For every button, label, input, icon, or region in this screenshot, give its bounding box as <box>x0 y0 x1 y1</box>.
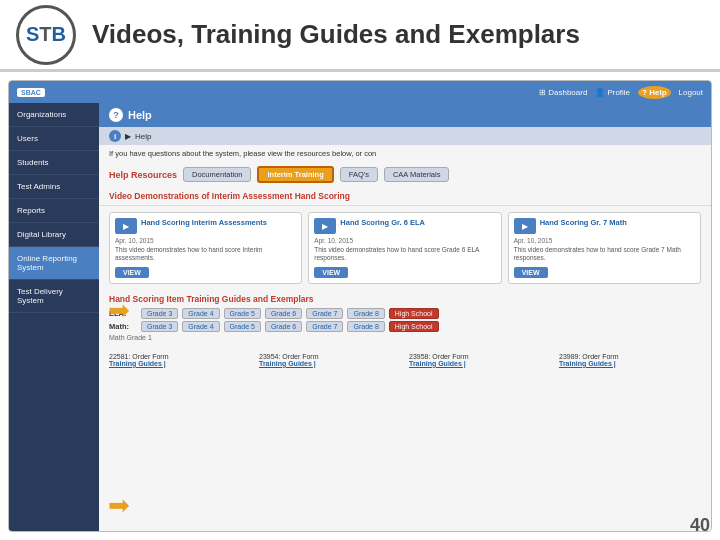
video-icon-3 <box>514 218 536 234</box>
app-topnav: SBAC ⊞ Dashboard 👤 Profile ? Help Logout <box>9 81 711 103</box>
order-num-1: 22581: Order Form <box>109 353 251 360</box>
math-high-school[interactable]: High School <box>389 321 439 332</box>
video-card-3: Hand Scoring Gr. 7 Math Apr. 10, 2015 Th… <box>508 212 701 284</box>
video-card-1: Hand Scoring Interim Assessments Apr. 10… <box>109 212 302 284</box>
order-link-1[interactable]: Training Guides | <box>109 360 251 367</box>
sidebar-item-students[interactable]: Students <box>9 151 99 175</box>
order-num-2: 23954: Order Form <box>259 353 401 360</box>
video-card-3-desc: This video demonstrates how to hand scor… <box>514 246 695 263</box>
math-grade6[interactable]: Grade 6 <box>265 321 302 332</box>
profile-link[interactable]: 👤 Profile <box>595 88 630 97</box>
ela-high-school[interactable]: High School <box>389 308 439 319</box>
video-section-header: Video Demonstrations of Interim Assessme… <box>99 187 711 206</box>
math-grade5[interactable]: Grade 5 <box>224 321 261 332</box>
slide-number: 40 <box>690 515 710 536</box>
video-card-2-title: Hand Scoring Gr. 6 ELA <box>340 218 425 227</box>
help-question-icon: ? <box>109 108 123 122</box>
video-cards: Hand Scoring Interim Assessments Apr. 10… <box>99 206 711 290</box>
math-grade8[interactable]: Grade 8 <box>347 321 384 332</box>
video-card-1-desc: This video demonstrates how to hand scor… <box>115 246 296 263</box>
ela-grade3[interactable]: Grade 3 <box>141 308 178 319</box>
ela-grade5[interactable]: Grade 5 <box>224 308 261 319</box>
tab-caa-materials[interactable]: CAA Materials <box>384 167 450 182</box>
order-area: 22581: Order Form Training Guides | 2395… <box>99 349 711 371</box>
video-card-2-header: Hand Scoring Gr. 6 ELA <box>314 218 495 234</box>
sidebar-item-online-reporting[interactable]: Online Reporting System <box>9 247 99 280</box>
view-button-3[interactable]: VIEW <box>514 267 548 278</box>
math-grade4[interactable]: Grade 4 <box>182 321 219 332</box>
arrow-2: ➡ <box>108 490 130 521</box>
sidebar-item-reports[interactable]: Reports <box>9 199 99 223</box>
profile-icon: 👤 <box>595 88 605 97</box>
sidebar-item-digital-library[interactable]: Digital Library <box>9 223 99 247</box>
description-text: If you have questions about the system, … <box>99 145 711 162</box>
slide-header: STB Videos, Training Guides and Exemplar… <box>0 0 720 72</box>
resources-label: Help Resources <box>109 170 177 180</box>
video-card-3-header: Hand Scoring Gr. 7 Math <box>514 218 695 234</box>
video-card-1-date: Apr. 10, 2015 <box>115 237 296 244</box>
order-link-4[interactable]: Training Guides | <box>559 360 701 367</box>
video-card-2-desc: This video demonstrates how to hand scor… <box>314 246 495 263</box>
order-item-2: 23954: Order Form Training Guides | <box>259 353 401 367</box>
math-grade3[interactable]: Grade 3 <box>141 321 178 332</box>
video-card-2-date: Apr. 10, 2015 <box>314 237 495 244</box>
math-grade7[interactable]: Grade 7 <box>306 321 343 332</box>
order-row: 22581: Order Form Training Guides | 2395… <box>109 353 701 367</box>
ela-grade6[interactable]: Grade 6 <box>265 308 302 319</box>
logout-link[interactable]: Logout <box>679 88 703 97</box>
video-card-1-title: Hand Scoring Interim Assessments <box>141 218 267 227</box>
order-item-3: 23958: Order Form Training Guides | <box>409 353 551 367</box>
order-num-4: 23989: Order Form <box>559 353 701 360</box>
info-icon: i <box>109 130 121 142</box>
logo: STB <box>16 5 76 65</box>
help-icon: ? <box>642 88 647 97</box>
tab-faqs[interactable]: FAQ's <box>340 167 378 182</box>
app-logo: SBAC <box>17 88 45 97</box>
sidebar-item-organizations[interactable]: Organizations <box>9 103 99 127</box>
sidebar-item-test-delivery[interactable]: Test Delivery System <box>9 280 99 313</box>
dashboard-link[interactable]: ⊞ Dashboard <box>539 88 587 97</box>
ela-grade8[interactable]: Grade 8 <box>347 308 384 319</box>
video-card-3-title: Hand Scoring Gr. 7 Math <box>540 218 627 227</box>
sidebar-item-users[interactable]: Users <box>9 127 99 151</box>
ela-grade-row: ELA: Grade 3 Grade 4 Grade 5 Grade 6 Gra… <box>109 308 701 319</box>
video-icon-2 <box>314 218 336 234</box>
resources-bar: Help Resources Documentation Interim Tra… <box>99 162 711 187</box>
order-link-3[interactable]: Training Guides | <box>409 360 551 367</box>
dashboard-icon: ⊞ <box>539 88 546 97</box>
order-num-3: 23958: Order Form <box>409 353 551 360</box>
help-button[interactable]: ? Help <box>638 86 670 99</box>
slide-title: Videos, Training Guides and Exemplars <box>92 19 580 50</box>
video-icon-1 <box>115 218 137 234</box>
order-item-1: 22581: Order Form Training Guides | <box>109 353 251 367</box>
slide-container: STB Videos, Training Guides and Exemplar… <box>0 0 720 540</box>
help-header: ? Help <box>99 103 711 127</box>
view-button-1[interactable]: VIEW <box>115 267 149 278</box>
tab-documentation[interactable]: Documentation <box>183 167 251 182</box>
order-link-2[interactable]: Training Guides | <box>259 360 401 367</box>
video-card-2: Hand Scoring Gr. 6 ELA Apr. 10, 2015 Thi… <box>308 212 501 284</box>
sidebar: Organizations Users Students Test Admins… <box>9 103 99 531</box>
video-card-3-date: Apr. 10, 2015 <box>514 237 695 244</box>
ela-grade4[interactable]: Grade 4 <box>182 308 219 319</box>
training-section-header: Hand Scoring Item Training Guides and Ex… <box>109 294 701 304</box>
math-sub-label: Math Grade 1 <box>109 334 701 341</box>
sidebar-item-test-admins[interactable]: Test Admins <box>9 175 99 199</box>
order-item-4: 23989: Order Form Training Guides | <box>559 353 701 367</box>
arrow-1: ➡ <box>108 295 130 326</box>
view-button-2[interactable]: VIEW <box>314 267 348 278</box>
breadcrumb: i ▶ Help <box>99 127 711 145</box>
ela-grade7[interactable]: Grade 7 <box>306 308 343 319</box>
video-card-1-header: Hand Scoring Interim Assessments <box>115 218 296 234</box>
tab-interim-training[interactable]: Interim Training <box>257 166 333 183</box>
training-section: Hand Scoring Item Training Guides and Ex… <box>99 290 711 349</box>
math-grade-row: Math: Grade 3 Grade 4 Grade 5 Grade 6 Gr… <box>109 321 701 332</box>
main-content: ? Help i ▶ Help If you have questions ab… <box>99 103 711 531</box>
